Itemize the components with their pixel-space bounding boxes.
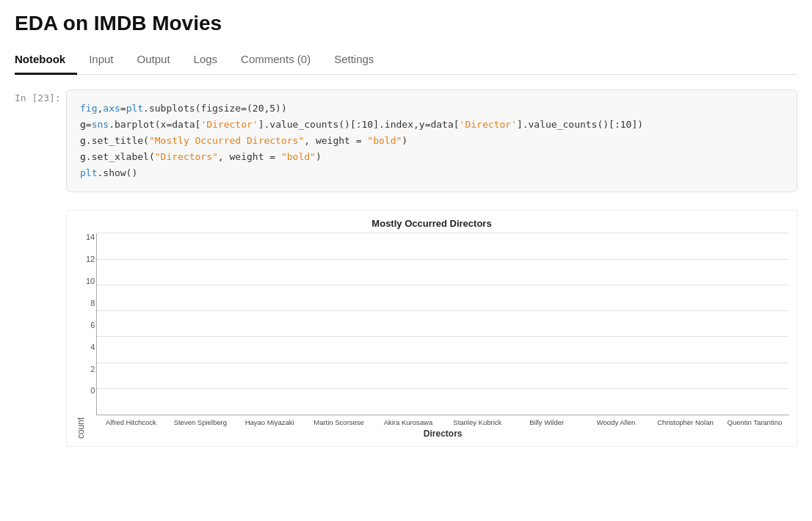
tab-output[interactable]: Output bbox=[126, 47, 182, 75]
tab-notebook[interactable]: Notebook bbox=[15, 47, 77, 75]
y-tick-8: 8 bbox=[90, 299, 95, 307]
x-axis-labels: Alfred HitchcockSteven SpielbergHayao Mi… bbox=[96, 415, 789, 427]
gridline bbox=[97, 336, 789, 337]
tab-logs[interactable]: Logs bbox=[182, 47, 230, 75]
tabs-bar: NotebookInputOutputLogsComments (0)Setti… bbox=[15, 47, 797, 75]
code-cell: In [23]: fig,axs=plt.subplots(figsize=(2… bbox=[15, 90, 797, 192]
gridline bbox=[97, 259, 789, 260]
x-label-hayao-miyazaki: Hayao Miyazaki bbox=[235, 415, 304, 427]
x-label-quentin-tarantino: Quentin Tarantino bbox=[720, 415, 789, 427]
y-axis-title: count bbox=[74, 233, 86, 439]
y-tick-0: 0 bbox=[90, 387, 95, 395]
x-label-woody-allen: Woody Allen bbox=[581, 415, 650, 427]
cell-label: In [23]: bbox=[15, 90, 66, 192]
x-label-steven-spielberg: Steven Spielberg bbox=[166, 415, 235, 427]
chart-area: Alfred HitchcockSteven SpielbergHayao Mi… bbox=[96, 233, 789, 439]
chart-inner: count 14121086420 Alfred HitchcockSteven… bbox=[74, 233, 789, 439]
x-label-billy-wilder: Billy Wilder bbox=[512, 415, 581, 427]
x-label-martin-scorsese: Martin Scorsese bbox=[304, 415, 373, 427]
x-label-stanley-kubrick: Stanley Kubrick bbox=[443, 415, 512, 427]
bars-area bbox=[96, 233, 789, 415]
y-tick-12: 12 bbox=[86, 255, 95, 263]
y-tick-10: 10 bbox=[86, 277, 95, 285]
chart-container: Mostly Occurred Directors count 14121086… bbox=[66, 210, 797, 447]
code-block: fig,axs=plt.subplots(figsize=(20,5)) g=s… bbox=[66, 90, 797, 192]
tab-input[interactable]: Input bbox=[77, 47, 125, 75]
gridline bbox=[97, 388, 789, 389]
gridline bbox=[97, 310, 789, 311]
gridline bbox=[97, 285, 789, 285]
chart-title: Mostly Occurred Directors bbox=[74, 218, 789, 229]
page-title: EDA on IMDB Movies bbox=[15, 12, 797, 35]
x-label-akira-kurosawa: Akira Kurosawa bbox=[374, 415, 443, 427]
tab-comments--0-[interactable]: Comments (0) bbox=[229, 47, 322, 75]
x-label-christopher-nolan: Christopher Nolan bbox=[650, 415, 719, 427]
gridline bbox=[97, 362, 789, 363]
tab-settings[interactable]: Settings bbox=[322, 47, 385, 75]
y-tick-14: 14 bbox=[86, 233, 95, 241]
y-tick-6: 6 bbox=[90, 321, 95, 329]
x-axis-title: Directors bbox=[96, 429, 789, 439]
x-label-alfred-hitchcock: Alfred Hitchcock bbox=[96, 415, 165, 427]
y-tick-4: 4 bbox=[90, 343, 95, 351]
y-tick-2: 2 bbox=[90, 365, 95, 374]
gridline bbox=[97, 233, 789, 233]
